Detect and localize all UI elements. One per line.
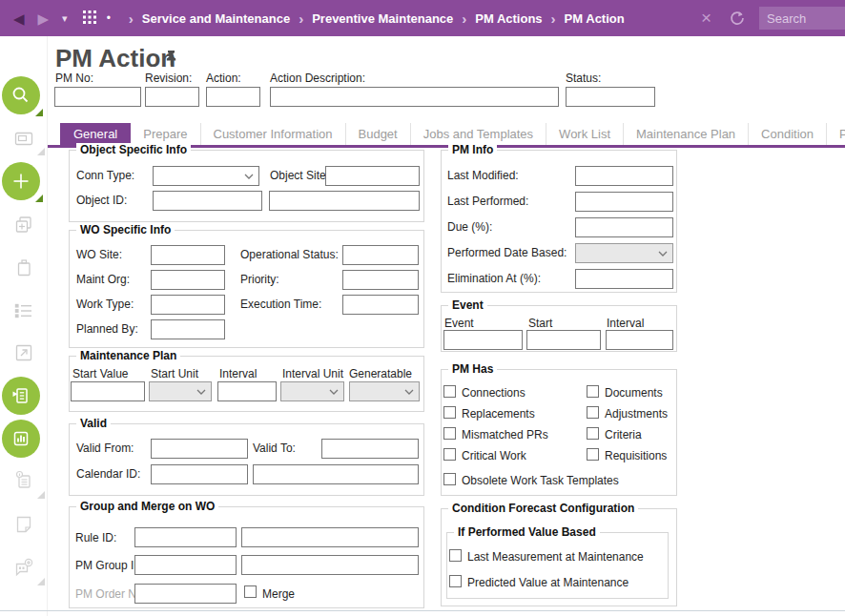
criteria-checkbox[interactable]: [587, 427, 599, 440]
report-menu-triangle-icon[interactable]: [37, 491, 45, 499]
valid-title: Valid: [76, 417, 111, 430]
comment-menu-triangle-icon[interactable]: [37, 578, 45, 585]
tab-general[interactable]: General: [60, 123, 131, 145]
close-icon[interactable]: ×: [701, 8, 711, 29]
event-start-input[interactable]: [526, 330, 601, 350]
object-id-description-input[interactable]: [269, 191, 420, 211]
object-specific-info-title: Object Specific Info: [76, 143, 191, 156]
breadcrumb-pm-actions[interactable]: PM Actions: [475, 11, 542, 26]
requisitions-checkbox[interactable]: [587, 448, 599, 461]
breadcrumb-service-and-maintenance[interactable]: Service and Maintenance: [142, 11, 290, 26]
planned-by-input[interactable]: [151, 319, 225, 339]
work-type-input[interactable]: [151, 295, 225, 315]
add-comment-icon[interactable]: [12, 557, 35, 580]
duplicate-icon[interactable]: [12, 214, 35, 236]
refresh-icon[interactable]: [729, 10, 746, 27]
event-interval-input[interactable]: [606, 330, 673, 350]
rule-id-description-input[interactable]: [241, 527, 419, 547]
back-icon[interactable]: ◀: [13, 11, 25, 26]
pm-no-input[interactable]: [54, 87, 141, 107]
tab-prepare[interactable]: Prepare: [131, 123, 200, 145]
documents-label: Documents: [605, 386, 663, 400]
pm-group-id-input[interactable]: [134, 555, 237, 575]
app-launcher-icon[interactable]: [83, 10, 97, 27]
revision-input[interactable]: [145, 87, 199, 107]
elimination-at-input[interactable]: [575, 269, 673, 289]
list-view-icon[interactable]: [12, 299, 35, 322]
performed-date-based-select[interactable]: [575, 243, 673, 263]
wo-site-input[interactable]: [151, 245, 225, 265]
tab-customer-information[interactable]: Customer Information: [201, 123, 346, 145]
tab-bar: General Prepare Customer Information Bud…: [60, 123, 845, 145]
replacements-checkbox[interactable]: [443, 406, 456, 419]
object-site-input[interactable]: [325, 166, 420, 186]
merge-checkbox[interactable]: [244, 585, 257, 598]
generatable-select[interactable]: [349, 381, 420, 401]
adjustments-checkbox[interactable]: [587, 406, 599, 419]
last-modified-input[interactable]: [575, 166, 673, 186]
add-button[interactable]: [2, 162, 40, 200]
calendar-id-description-input[interactable]: [253, 464, 419, 484]
action-description-input[interactable]: [270, 87, 559, 107]
rule-id-input[interactable]: [134, 527, 237, 547]
last-performed-input[interactable]: [575, 192, 673, 212]
delete-icon[interactable]: [12, 257, 35, 279]
valid-from-input[interactable]: [151, 439, 248, 459]
detail-view-icon[interactable]: [12, 128, 35, 151]
search-button[interactable]: [2, 76, 40, 114]
search-menu-triangle-icon[interactable]: [35, 109, 43, 116]
status-input[interactable]: [566, 87, 655, 107]
documents-checkbox[interactable]: [587, 385, 599, 398]
pm-order-no-input[interactable]: [134, 584, 237, 604]
object-specific-info-group: Object Specific Info: [69, 150, 424, 222]
event-input[interactable]: [443, 330, 523, 350]
detail-view-menu-triangle-icon[interactable]: [37, 148, 45, 155]
start-unit-select[interactable]: [149, 381, 212, 401]
pin-icon[interactable]: [164, 50, 178, 70]
due-percent-input[interactable]: [575, 217, 673, 237]
navigator-button[interactable]: [2, 377, 40, 415]
breadcrumb-preventive-maintenance[interactable]: Preventive Maintenance: [312, 11, 453, 26]
interval-column-header: Interval: [607, 317, 644, 330]
operational-status-input[interactable]: [342, 245, 419, 265]
analytics-button[interactable]: [2, 420, 40, 458]
mismatched-prs-checkbox[interactable]: [443, 427, 456, 440]
object-id-input[interactable]: [153, 191, 262, 211]
valid-to-input[interactable]: [321, 439, 419, 459]
obsolete-work-task-templates-checkbox[interactable]: [443, 473, 456, 485]
start-value-input[interactable]: [71, 381, 145, 401]
priority-input[interactable]: [342, 270, 419, 290]
due-percent-label: Due (%):: [447, 220, 492, 234]
report-info-icon[interactable]: [12, 469, 35, 492]
execution-time-input[interactable]: [342, 295, 419, 315]
note-icon[interactable]: [12, 513, 35, 536]
tab-condition[interactable]: Condition: [749, 123, 827, 145]
tab-jobs-and-templates[interactable]: Jobs and Templates: [411, 123, 546, 145]
search-input[interactable]: [759, 7, 845, 30]
chevron-down-icon: [404, 389, 414, 395]
conn-type-select[interactable]: [153, 166, 259, 186]
interval-unit-select[interactable]: [280, 381, 344, 401]
tab-permits[interactable]: Permits: [827, 123, 845, 145]
critical-work-checkbox[interactable]: [443, 448, 456, 461]
tab-work-list[interactable]: Work List: [546, 123, 624, 145]
last-measurement-at-maintenance-checkbox[interactable]: [449, 549, 462, 562]
forward-icon[interactable]: ▶: [38, 11, 50, 26]
add-menu-triangle-icon[interactable]: [35, 195, 43, 202]
start-unit-column-header: Start Unit: [151, 367, 198, 380]
criteria-label: Criteria: [605, 428, 642, 441]
maint-org-input[interactable]: [151, 270, 225, 290]
maintenance-plan-title: Maintenance Plan: [76, 349, 180, 362]
open-in-new-icon[interactable]: [12, 341, 35, 364]
calendar-id-input[interactable]: [151, 464, 248, 484]
tab-maintenance-plan[interactable]: Maintenance Plan: [624, 123, 749, 145]
interval-input[interactable]: [217, 381, 277, 401]
planned-by-label: Planned By:: [76, 322, 138, 336]
breadcrumb-pm-action[interactable]: PM Action: [565, 11, 625, 26]
connections-checkbox[interactable]: [443, 385, 456, 398]
tab-budget[interactable]: Budget: [346, 123, 411, 145]
pm-group-id-description-input[interactable]: [241, 555, 419, 575]
action-input[interactable]: [206, 87, 260, 107]
history-caret-icon[interactable]: ▾: [62, 13, 68, 24]
predicted-value-at-maintenance-checkbox[interactable]: [449, 575, 462, 587]
